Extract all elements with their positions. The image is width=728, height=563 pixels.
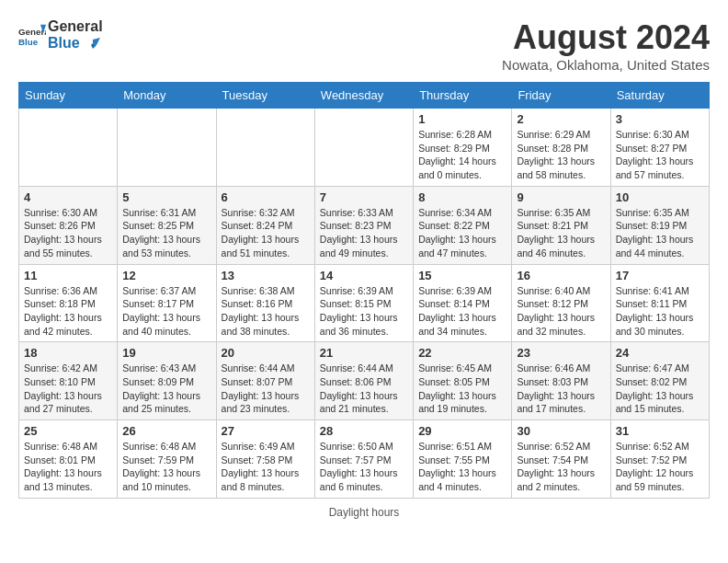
day-number: 2 [517,112,605,126]
calendar-cell: 17Sunrise: 6:41 AM Sunset: 8:11 PM Dayli… [610,264,709,342]
day-info: Sunrise: 6:30 AM Sunset: 8:27 PM Dayligh… [616,128,704,182]
day-number: 28 [320,424,408,438]
calendar-cell: 21Sunrise: 6:44 AM Sunset: 8:06 PM Dayli… [314,342,413,420]
calendar-cell: 27Sunrise: 6:49 AM Sunset: 7:58 PM Dayli… [216,420,314,499]
day-info: Sunrise: 6:33 AM Sunset: 8:23 PM Dayligh… [320,206,408,260]
day-info: Sunrise: 6:45 AM Sunset: 8:05 PM Dayligh… [418,362,506,416]
calendar-cell: 19Sunrise: 6:43 AM Sunset: 8:09 PM Dayli… [118,342,216,420]
day-info: Sunrise: 6:35 AM Sunset: 8:19 PM Dayligh… [616,206,704,260]
calendar-cell: 15Sunrise: 6:39 AM Sunset: 8:14 PM Dayli… [414,264,512,342]
day-number: 12 [122,269,210,282]
day-number: 19 [122,346,210,360]
day-info: Sunrise: 6:36 AM Sunset: 8:18 PM Dayligh… [24,284,112,339]
day-number: 9 [517,190,605,204]
day-number: 8 [418,190,506,204]
day-number: 6 [222,190,310,204]
day-number: 4 [24,190,112,204]
calendar-table: SundayMondayTuesdayWednesdayThursdayFrid… [18,82,710,499]
day-info: Sunrise: 6:31 AM Sunset: 8:25 PM Dayligh… [122,206,210,260]
day-number: 29 [418,424,506,438]
weekday-header: Friday [512,83,610,109]
calendar-cell: 2Sunrise: 6:29 AM Sunset: 8:28 PM Daylig… [512,109,610,187]
calendar-cell: 22Sunrise: 6:45 AM Sunset: 8:05 PM Dayli… [414,342,512,420]
day-info: Sunrise: 6:28 AM Sunset: 8:29 PM Dayligh… [418,128,506,182]
day-info: Sunrise: 6:46 AM Sunset: 8:03 PM Dayligh… [517,362,605,416]
day-info: Sunrise: 6:44 AM Sunset: 8:06 PM Dayligh… [320,362,408,416]
day-info: Sunrise: 6:48 AM Sunset: 7:59 PM Dayligh… [122,440,210,494]
day-info: Sunrise: 6:37 AM Sunset: 8:17 PM Dayligh… [122,284,210,339]
calendar-cell: 1Sunrise: 6:28 AM Sunset: 8:29 PM Daylig… [414,109,512,187]
day-number: 23 [517,346,605,360]
day-number: 14 [320,269,408,282]
footer-note: Daylight hours [18,506,710,519]
calendar-cell: 8Sunrise: 6:34 AM Sunset: 8:22 PM Daylig… [414,186,512,264]
day-number: 24 [616,346,704,360]
logo: General Blue General Blue [18,18,103,52]
logo-blue: Blue [48,35,103,52]
day-info: Sunrise: 6:51 AM Sunset: 7:55 PM Dayligh… [418,440,506,494]
day-number: 3 [616,112,704,126]
calendar-cell: 5Sunrise: 6:31 AM Sunset: 8:25 PM Daylig… [118,186,216,264]
day-number: 16 [517,269,605,282]
day-info: Sunrise: 6:44 AM Sunset: 8:07 PM Dayligh… [222,362,310,416]
calendar-cell: 23Sunrise: 6:46 AM Sunset: 8:03 PM Dayli… [512,342,610,420]
day-info: Sunrise: 6:50 AM Sunset: 7:57 PM Dayligh… [320,440,408,494]
day-number: 20 [222,346,310,360]
logo-bird-icon [84,38,100,51]
calendar-cell: 3Sunrise: 6:30 AM Sunset: 8:27 PM Daylig… [610,109,709,187]
day-info: Sunrise: 6:52 AM Sunset: 7:52 PM Dayligh… [616,440,704,494]
day-info: Sunrise: 6:52 AM Sunset: 7:54 PM Dayligh… [517,440,605,494]
day-number: 30 [517,424,605,438]
calendar-cell: 26Sunrise: 6:48 AM Sunset: 7:59 PM Dayli… [118,420,216,499]
day-number: 22 [418,346,506,360]
day-info: Sunrise: 6:47 AM Sunset: 8:02 PM Dayligh… [616,362,704,416]
weekday-header: Saturday [610,83,709,109]
day-info: Sunrise: 6:49 AM Sunset: 7:58 PM Dayligh… [222,440,310,494]
calendar-cell [19,109,118,187]
day-number: 25 [24,424,112,438]
day-number: 18 [24,346,112,360]
calendar-cell: 16Sunrise: 6:40 AM Sunset: 8:12 PM Dayli… [512,264,610,342]
calendar-cell: 10Sunrise: 6:35 AM Sunset: 8:19 PM Dayli… [610,186,709,264]
calendar-cell: 7Sunrise: 6:33 AM Sunset: 8:23 PM Daylig… [314,186,413,264]
calendar-cell: 18Sunrise: 6:42 AM Sunset: 8:10 PM Dayli… [19,342,118,420]
calendar-week-row: 18Sunrise: 6:42 AM Sunset: 8:10 PM Dayli… [19,342,710,420]
calendar-cell: 13Sunrise: 6:38 AM Sunset: 8:16 PM Dayli… [216,264,314,342]
day-info: Sunrise: 6:29 AM Sunset: 8:28 PM Dayligh… [517,128,605,182]
day-number: 17 [616,269,704,282]
day-info: Sunrise: 6:40 AM Sunset: 8:12 PM Dayligh… [517,284,605,339]
day-info: Sunrise: 6:32 AM Sunset: 8:24 PM Dayligh… [222,206,310,260]
day-number: 11 [24,269,112,282]
calendar-cell: 25Sunrise: 6:48 AM Sunset: 8:01 PM Dayli… [19,420,118,499]
calendar-cell [216,109,314,187]
day-number: 27 [222,424,310,438]
calendar-cell: 6Sunrise: 6:32 AM Sunset: 8:24 PM Daylig… [216,186,314,264]
day-info: Sunrise: 6:30 AM Sunset: 8:26 PM Dayligh… [24,206,112,260]
day-info: Sunrise: 6:35 AM Sunset: 8:21 PM Dayligh… [517,206,605,260]
calendar-cell [314,109,413,187]
calendar-cell: 14Sunrise: 6:39 AM Sunset: 8:15 PM Dayli… [314,264,413,342]
page-header: General Blue General Blue August 2024 No… [18,18,710,73]
calendar-cell: 24Sunrise: 6:47 AM Sunset: 8:02 PM Dayli… [610,342,709,420]
svg-text:Blue: Blue [18,37,39,47]
calendar-cell: 9Sunrise: 6:35 AM Sunset: 8:21 PM Daylig… [512,186,610,264]
calendar-week-row: 1Sunrise: 6:28 AM Sunset: 8:29 PM Daylig… [19,109,710,187]
day-info: Sunrise: 6:38 AM Sunset: 8:16 PM Dayligh… [222,284,310,339]
calendar-week-row: 25Sunrise: 6:48 AM Sunset: 8:01 PM Dayli… [19,420,710,499]
calendar-cell: 29Sunrise: 6:51 AM Sunset: 7:55 PM Dayli… [414,420,512,499]
calendar-cell: 11Sunrise: 6:36 AM Sunset: 8:18 PM Dayli… [19,264,118,342]
calendar-cell: 28Sunrise: 6:50 AM Sunset: 7:57 PM Dayli… [314,420,413,499]
calendar-cell: 31Sunrise: 6:52 AM Sunset: 7:52 PM Dayli… [610,420,709,499]
weekday-header-row: SundayMondayTuesdayWednesdayThursdayFrid… [19,83,710,109]
weekday-header: Monday [118,83,216,109]
day-info: Sunrise: 6:48 AM Sunset: 8:01 PM Dayligh… [24,440,112,494]
logo-general: General [48,18,103,35]
day-info: Sunrise: 6:43 AM Sunset: 8:09 PM Dayligh… [122,362,210,416]
day-info: Sunrise: 6:39 AM Sunset: 8:14 PM Dayligh… [418,284,506,339]
day-number: 7 [320,190,408,204]
logo-icon: General Blue [18,21,46,49]
weekday-header: Thursday [414,83,512,109]
month-year-title: August 2024 [502,18,710,57]
day-number: 31 [616,424,704,438]
day-info: Sunrise: 6:41 AM Sunset: 8:11 PM Dayligh… [616,284,704,339]
